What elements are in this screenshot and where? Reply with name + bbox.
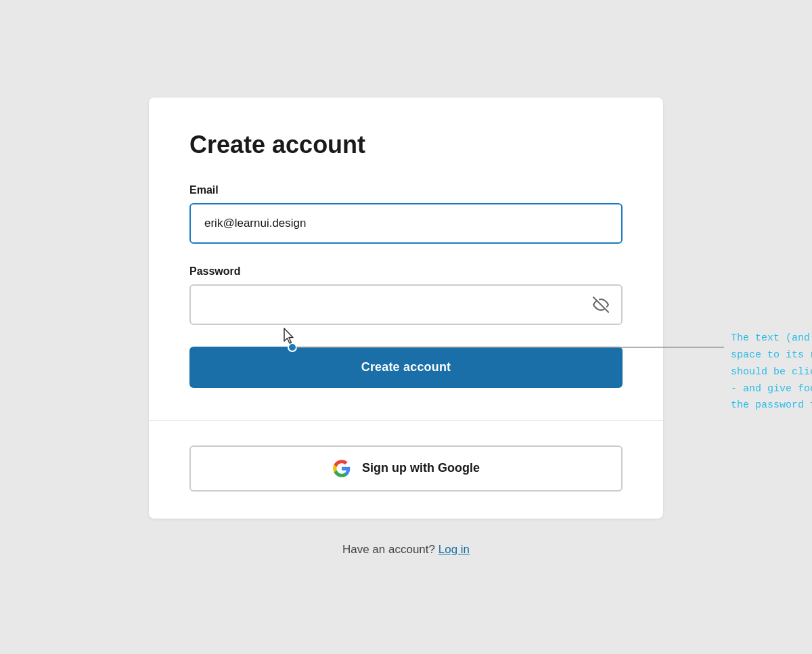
email-input[interactable] [189,203,623,244]
password-input-wrapper [189,284,623,325]
eye-slash-icon [593,297,609,313]
google-signup-button[interactable]: Sign up with Google [189,445,623,492]
footer-text: Have an account? [342,543,435,556]
card-top: Create account Email Password [149,97,663,420]
create-account-button[interactable]: Create account [189,347,623,388]
email-field-group: Email [189,184,623,244]
card-container: Create account Email Password [149,97,663,518]
password-input[interactable] [189,284,623,325]
page-wrapper: Create account Email Password [102,97,710,556]
email-label[interactable]: Email [189,184,623,196]
google-icon [332,459,351,478]
password-label-row: Password [189,265,623,278]
annotation-text: The text (and even space to its right) s… [731,330,812,414]
password-field-group: Password [189,265,623,325]
footer: Have an account? Log in [342,543,470,557]
page-title: Create account [189,130,623,159]
card-bottom: Sign up with Google [149,421,663,519]
password-toggle-button[interactable] [590,294,612,315]
password-label[interactable]: Password [189,265,241,278]
google-button-label: Sign up with Google [362,461,480,475]
login-link[interactable]: Log in [438,543,470,556]
